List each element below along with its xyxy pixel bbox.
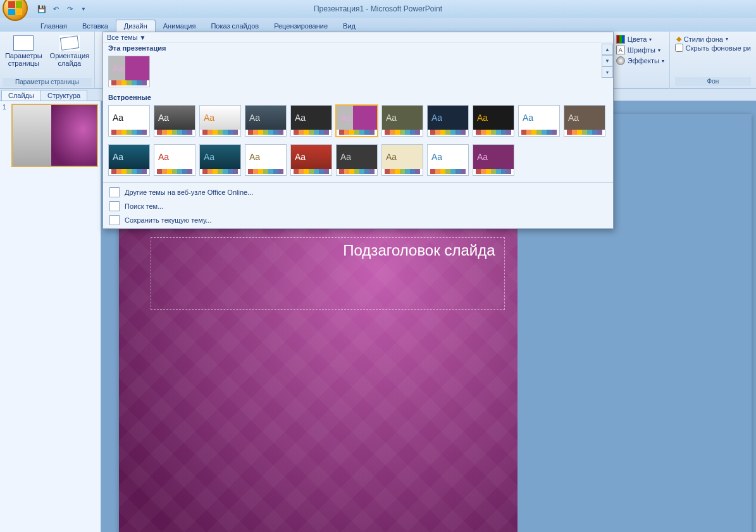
colors-button[interactable]: Цвета ▾ [615, 34, 666, 44]
theme-tile[interactable]: Aa [427, 105, 469, 137]
ribbon-group-page-setup: Параметры страницы Ориентация слайда Пар… [0, 32, 95, 88]
theme-tile-aa: Aa [113, 152, 123, 162]
tab-design[interactable]: Дизайн [116, 20, 156, 32]
theme-tile[interactable]: Aa [154, 105, 195, 137]
thumb-number: 1 [3, 104, 9, 167]
theme-tile-aa: Aa [431, 152, 442, 162]
panel-tab-slides[interactable]: Слайды [1, 90, 41, 101]
theme-tile[interactable]: Aa [108, 105, 150, 137]
themes-gallery-dropdown: Все темы ▼ Эта презентация Aa Встроенные… [102, 32, 614, 229]
menu-more-themes-online[interactable]: Другие темы на веб-узле Office Online... [103, 185, 613, 199]
gallery-scroll-more[interactable]: ▾ [602, 66, 613, 78]
theme-tile[interactable]: Aa [473, 144, 514, 176]
theme-tile-aa: Aa [568, 113, 579, 123]
chevron-down-icon: ▾ [662, 58, 664, 64]
menu-more-online-label: Другие темы на веб-узле Office Online... [125, 189, 253, 196]
theme-tile[interactable]: Aa [290, 144, 332, 176]
theme-tile-aa: Aa [158, 113, 169, 123]
globe-icon [109, 187, 120, 197]
theme-tile[interactable]: Aa [336, 105, 378, 137]
orientation-icon [59, 35, 80, 51]
theme-tile-aa: Aa [386, 113, 397, 123]
theme-tile-aa: Aa [523, 113, 533, 123]
theme-tile-aa: Aa [249, 152, 260, 162]
chevron-down-icon: ▾ [726, 36, 728, 42]
theme-palette [109, 169, 149, 175]
fonts-button[interactable]: AШрифты ▾ [615, 45, 666, 55]
redo-icon[interactable]: ↷ [63, 3, 76, 15]
theme-tile-aa: Aa [477, 113, 488, 123]
page-setup-button[interactable]: Параметры страницы [1, 34, 46, 78]
undo-icon[interactable]: ↶ [49, 3, 62, 15]
slide-subtitle: Подзаголовок слайда [151, 242, 495, 259]
tab-review[interactable]: Рецензирование [266, 20, 335, 32]
save-theme-icon [109, 215, 120, 225]
theme-tile[interactable]: Aa [154, 144, 195, 176]
menu-browse-themes[interactable]: Поиск тем... [103, 199, 613, 213]
theme-tile[interactable]: Aa [427, 144, 469, 176]
theme-tile[interactable]: Aa [381, 105, 423, 137]
orientation-button[interactable]: Ориентация слайда [46, 34, 93, 78]
folder-icon [109, 201, 120, 211]
theme-tile[interactable]: Aa [108, 144, 150, 176]
thumb-bg-left [13, 105, 51, 166]
ribbon-group-background: ◆Стили фона ▾ Скрыть фоновые ри Фон [669, 32, 756, 89]
theme-palette [564, 130, 605, 136]
menu-save-label: Сохранить текущую тему... [125, 216, 211, 224]
gallery-scroll-down[interactable]: ▼ [602, 55, 613, 66]
theme-tile[interactable]: Aa [336, 144, 378, 176]
fonts-label: Шрифты [628, 46, 655, 54]
theme-tile[interactable]: Aa [199, 105, 241, 137]
tab-view[interactable]: Вид [335, 20, 363, 32]
theme-tile-aa: Aa [249, 113, 260, 123]
theme-tile[interactable]: Aa [199, 144, 241, 176]
tab-insert[interactable]: Вставка [75, 20, 116, 32]
chevron-down-icon: ▾ [649, 37, 652, 42]
effects-icon [616, 56, 625, 65]
theme-palette [154, 130, 195, 136]
tab-home[interactable]: Главная [33, 20, 75, 32]
chevron-down-icon: ▼ [140, 34, 146, 41]
slide-thumbnail-1[interactable] [11, 104, 98, 167]
theme-tile-aa: Aa [204, 152, 214, 162]
gallery-section-this-presentation: Эта презентация [103, 43, 613, 53]
hide-background-checkbox[interactable]: Скрыть фоновые ри [675, 44, 751, 52]
ribbon-group-themes-extra: Цвета ▾ AШрифты ▾ Эффекты ▾ [610, 32, 669, 89]
tab-animation[interactable]: Анимация [156, 20, 204, 32]
theme-tile[interactable]: Aa [245, 144, 287, 176]
theme-tile[interactable]: Aa [245, 105, 287, 137]
gallery-scroll-up[interactable]: ▲ [602, 44, 613, 55]
hide-bg-input[interactable] [675, 44, 683, 52]
theme-tile-aa: Aa [295, 113, 306, 123]
background-styles-button[interactable]: ◆Стили фона ▾ [675, 34, 751, 44]
gallery-header[interactable]: Все темы ▼ [103, 32, 613, 43]
panel-tab-outline[interactable]: Структура [40, 90, 87, 101]
theme-palette [200, 169, 240, 175]
tab-slideshow[interactable]: Показ слайдов [203, 20, 266, 32]
theme-palette [291, 130, 332, 136]
office-logo-icon [8, 1, 22, 15]
subtitle-placeholder[interactable]: Подзаголовок слайда [151, 237, 505, 310]
save-icon[interactable]: 💾 [35, 3, 48, 15]
theme-tile-current[interactable]: Aa [108, 56, 150, 87]
menu-browse-label: Поиск тем... [125, 202, 163, 210]
ribbon-group-label-background: Фон [675, 77, 751, 86]
bg-styles-label: Стили фона [684, 35, 723, 43]
theme-tile-aa: Aa [295, 152, 306, 162]
theme-tile[interactable]: Aa [290, 105, 332, 137]
theme-tile[interactable]: Aa [473, 105, 514, 137]
theme-tile-aa: Aa [340, 113, 351, 123]
hide-bg-label: Скрыть фоновые ри [686, 44, 751, 52]
effects-label: Эффекты [628, 57, 659, 65]
theme-palette [382, 169, 423, 175]
page-setup-label: Параметры страницы [5, 52, 42, 67]
orientation-label: Ориентация слайда [50, 52, 89, 67]
theme-tile[interactable]: Aa [564, 105, 605, 137]
menu-save-current-theme[interactable]: Сохранить текущую тему... [103, 213, 613, 227]
effects-button[interactable]: Эффекты ▾ [615, 56, 666, 66]
theme-tile[interactable]: Aa [518, 105, 560, 137]
theme-tile[interactable]: Aa [381, 144, 423, 176]
theme-tile-aa: Aa [477, 152, 488, 162]
gallery-menu: Другие темы на веб-узле Office Online...… [103, 184, 613, 228]
qat-dropdown-icon[interactable]: ▼ [77, 3, 90, 15]
